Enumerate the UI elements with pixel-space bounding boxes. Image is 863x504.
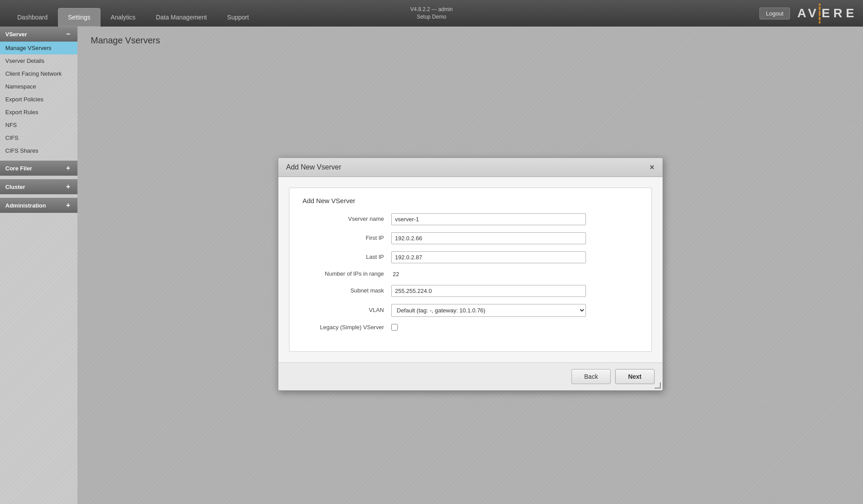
num-ips-value: 22 <box>391 271 638 277</box>
tab-support[interactable]: Support <box>217 8 259 27</box>
form-row-subnet-mask: Subnet mask <box>303 285 638 297</box>
legacy-checkbox[interactable] <box>391 324 398 331</box>
form-row-vlan: VLAN Default (tag: -, gateway: 10.1.0.76… <box>303 304 638 317</box>
sidebar-item-namespace[interactable]: Namespace <box>0 80 77 93</box>
vlan-select[interactable]: Default (tag: -, gateway: 10.1.0.76) <box>391 304 586 317</box>
sidebar-section-vserver[interactable]: VServer − <box>0 27 77 42</box>
first-ip-input[interactable] <box>391 232 586 244</box>
sidebar-item-vserver-details[interactable]: Vserver Details <box>0 54 77 67</box>
tab-data-management[interactable]: Data Management <box>146 8 217 27</box>
add-vserver-modal: Add New Vserver × Add New VServer Vserve… <box>278 158 663 391</box>
top-navigation: Dashboard Settings Analytics Data Manage… <box>0 0 863 27</box>
core-filer-expand-icon[interactable]: + <box>64 164 72 172</box>
back-button[interactable]: Back <box>571 369 611 384</box>
sidebar-item-export-policies[interactable]: Export Policies <box>0 93 77 106</box>
vserver-name-input[interactable] <box>391 213 586 225</box>
num-ips-label: Number of IPs in range <box>303 270 391 278</box>
tab-dashboard[interactable]: Dashboard <box>7 8 58 27</box>
modal-title: Add New Vserver <box>286 163 342 171</box>
form-section: Add New VServer Vserver name First IP <box>289 188 652 352</box>
logo-bars-icon <box>819 4 821 23</box>
sidebar-section-cluster[interactable]: Cluster + <box>0 179 77 194</box>
sidebar-item-manage-vservers[interactable]: Manage VServers <box>0 42 77 54</box>
main-layout: VServer − Manage VServers Vserver Detail… <box>0 27 863 504</box>
modal-close-button[interactable]: × <box>650 163 655 171</box>
first-ip-label: First IP <box>303 235 391 242</box>
sidebar-item-nfs[interactable]: NFS <box>0 119 77 131</box>
subnet-mask-input[interactable] <box>391 285 586 297</box>
form-row-first-ip: First IP <box>303 232 638 244</box>
form-section-title: Add New VServer <box>303 197 638 204</box>
legacy-label: Legacy (Simple) VServer <box>303 324 391 331</box>
sidebar: VServer − Manage VServers Vserver Detail… <box>0 27 77 504</box>
sidebar-section-administration[interactable]: Administration + <box>0 198 77 213</box>
sidebar-section-cluster-label: Cluster <box>5 184 25 190</box>
form-row-last-ip: Last IP <box>303 251 638 263</box>
vserver-name-label: Vserver name <box>303 215 391 223</box>
form-row-legacy: Legacy (Simple) VServer <box>303 324 638 331</box>
content-area: Manage Vservers Add New Vserver × Add Ne… <box>77 27 863 504</box>
modal-body: Add New VServer Vserver name First IP <box>278 177 663 363</box>
sidebar-section-core-filer-label: Core Filer <box>5 165 32 172</box>
last-ip-label: Last IP <box>303 254 391 261</box>
sidebar-section-administration-label: Administration <box>5 202 46 209</box>
nav-tabs: Dashboard Settings Analytics Data Manage… <box>7 0 259 27</box>
sidebar-item-client-facing-network[interactable]: Client Facing Network <box>0 67 77 80</box>
avere-logo: A V E R E <box>797 4 856 23</box>
sidebar-section-core-filer[interactable]: Core Filer + <box>0 161 77 176</box>
modal-overlay: Add New Vserver × Add New VServer Vserve… <box>77 27 863 504</box>
subnet-mask-label: Subnet mask <box>303 287 391 295</box>
next-button[interactable]: Next <box>615 369 654 384</box>
sidebar-section-vserver-label: VServer <box>5 31 27 38</box>
vserver-collapse-icon[interactable]: − <box>64 30 72 38</box>
sidebar-item-cifs[interactable]: CIFS <box>0 131 77 144</box>
form-row-num-ips: Number of IPs in range 22 <box>303 270 638 278</box>
modal-header: Add New Vserver × <box>278 158 663 177</box>
administration-expand-icon[interactable]: + <box>64 201 72 209</box>
vlan-label: VLAN <box>303 307 391 314</box>
logout-button[interactable]: Logout <box>759 8 790 19</box>
sidebar-item-cifs-shares[interactable]: CIFS Shares <box>0 144 77 157</box>
cluster-expand-icon[interactable]: + <box>64 183 72 191</box>
last-ip-input[interactable] <box>391 251 586 263</box>
modal-footer: Back Next <box>278 362 663 390</box>
version-info: V4.8.2.2 --- admin Setup Demo <box>410 6 453 21</box>
sidebar-item-export-rules[interactable]: Export Rules <box>0 106 77 119</box>
tab-analytics[interactable]: Analytics <box>100 8 146 27</box>
tab-settings[interactable]: Settings <box>58 8 101 27</box>
nav-right: Logout A V E R E <box>759 4 856 23</box>
form-row-vserver-name: Vserver name <box>303 213 638 225</box>
